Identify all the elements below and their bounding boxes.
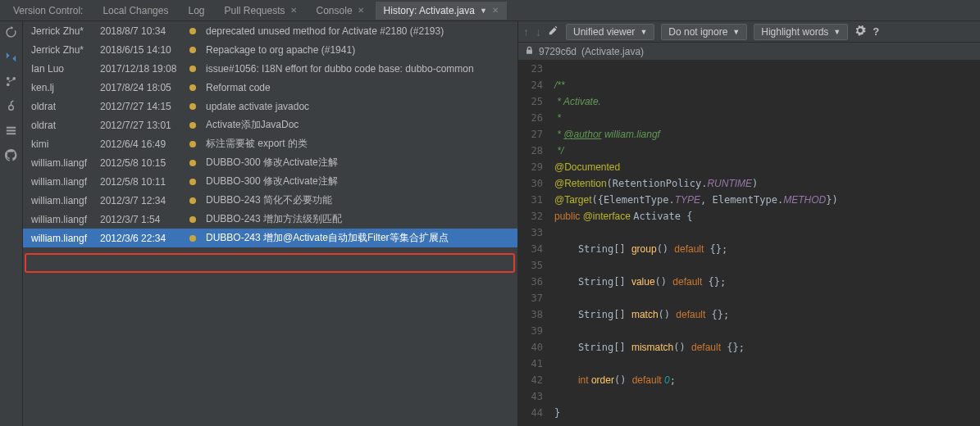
commit-author: Jerrick Zhu* (31, 25, 97, 37)
commit-author: Jerrick Zhu* (31, 44, 97, 56)
highlight-combo[interactable]: Highlight words▼ (754, 24, 848, 40)
tab-local[interactable]: Local Changes (94, 2, 176, 20)
commit-list: Jerrick Zhu*2018/8/7 10:34deprecated unu… (23, 21, 517, 426)
commit-author: william.liangf (31, 157, 97, 169)
commit-author: william.liangf (31, 214, 97, 225)
commit-dot-icon (189, 141, 196, 147)
commit-date: 2012/7/27 13:01 (100, 120, 186, 131)
history-panel: Jerrick Zhu*2018/8/7 10:34deprecated unu… (23, 21, 518, 426)
commit-date: 2012/5/8 10:15 (100, 157, 186, 169)
lock-icon (525, 46, 534, 57)
compare-icon[interactable] (5, 51, 17, 66)
tool-gutter (0, 21, 23, 426)
commit-row[interactable]: william.liangf2012/5/8 10:11DUBBO-300 修改… (23, 172, 517, 191)
commit-row[interactable]: kimi2012/6/4 16:49标注需要被 export 的类 (23, 134, 517, 153)
commit-message: deprecated unused method for Activate #2… (206, 25, 444, 37)
commit-author: oldrat (31, 120, 97, 131)
tab-history[interactable]: History: Activate.java▼✕ (376, 2, 507, 20)
commit-author: william.liangf (31, 233, 97, 244)
commit-author: william.liangf (31, 195, 97, 206)
commit-dot-icon (189, 47, 196, 53)
viewer-mode-combo[interactable]: Unified viewer▼ (566, 24, 654, 40)
commit-date: 2012/7/27 14:15 (100, 101, 186, 112)
diff-toolbar: ↑ ↓ Unified viewer▼ Do not ignore▼ Highl… (518, 21, 980, 43)
commit-dot-icon (189, 103, 196, 110)
commit-row[interactable]: william.liangf2012/5/8 10:15DUBBO-300 修改… (23, 153, 517, 172)
commit-message: 标注需要被 export 的类 (206, 137, 308, 151)
commit-date: 2018/8/7 10:34 (100, 25, 186, 37)
commit-message: issue#1056: I18N effort for dubbo code b… (206, 63, 474, 75)
stack-icon[interactable] (5, 125, 17, 139)
commit-dot-icon (189, 160, 196, 166)
gear-icon[interactable] (855, 25, 866, 39)
tab-pr[interactable]: Pull Requests✕ (216, 2, 304, 20)
commit-row[interactable]: william.liangf2012/3/7 12:34DUBBO-243 简化… (23, 191, 517, 210)
commit-message: DUBBO-300 修改Activate注解 (206, 156, 338, 170)
commit-hash: 9729c6d (539, 46, 577, 57)
help-icon[interactable]: ? (873, 25, 879, 38)
commit-author: kimi (31, 138, 97, 150)
tab-console[interactable]: Console✕ (308, 2, 372, 20)
commit-dot-icon (189, 197, 196, 204)
commit-row[interactable]: oldrat2012/7/27 13:01Activate添加JavaDoc (23, 116, 517, 134)
commit-dot-icon (189, 179, 196, 185)
commit-message: Repackage to org apache (#1941) (206, 44, 355, 56)
file-crumb: 9729c6d (Activate.java) (518, 43, 980, 61)
chevron-down-icon: ▼ (640, 28, 647, 36)
commit-row[interactable]: william.liangf2012/3/6 22:34DUBBO-243 增加… (23, 229, 517, 247)
tab-log[interactable]: Log (180, 2, 212, 20)
commit-date: 2017/12/18 19:08 (100, 63, 186, 75)
commit-row[interactable]: Jerrick Zhu*2018/8/7 10:34deprecated unu… (23, 21, 517, 40)
commit-row[interactable]: Jerrick Zhu*2018/6/15 14:10Repackage to … (23, 40, 517, 59)
commit-dot-icon (189, 28, 196, 34)
chevron-down-icon: ▼ (480, 7, 487, 15)
commit-author: oldrat (31, 101, 97, 112)
close-icon[interactable]: ✕ (358, 6, 364, 15)
commit-message: DUBBO-243 增加方法级别匹配 (206, 212, 342, 226)
code-editor[interactable]: 23 24 25 26 27 28 29 30 31 32 33 34 35 3… (518, 61, 980, 426)
commit-date: 2012/5/8 10:11 (100, 176, 186, 188)
commit-message: DUBBO-243 增加@Activate自动加载Filter等集合扩展点 (206, 231, 449, 245)
commit-row[interactable]: oldrat2012/7/27 14:15update activate jav… (23, 97, 517, 116)
branch-icon[interactable] (5, 75, 17, 90)
close-icon[interactable]: ✕ (492, 6, 499, 15)
commit-author: Ian Luo (31, 63, 97, 75)
commit-dot-icon (189, 235, 196, 242)
commit-date: 2012/3/7 1:54 (100, 214, 186, 225)
commit-date: 2017/8/24 18:05 (100, 82, 186, 93)
commit-author: william.liangf (31, 176, 97, 188)
ignore-combo[interactable]: Do not ignore▼ (661, 24, 747, 40)
commit-message: Reformat code (206, 82, 271, 93)
commit-dot-icon (189, 66, 196, 72)
prev-diff-icon[interactable]: ↑ (523, 25, 529, 39)
cherry-pick-icon[interactable] (5, 100, 17, 115)
commit-date: 2012/3/7 12:34 (100, 195, 186, 206)
commit-date: 2018/6/15 14:10 (100, 44, 186, 56)
commit-date: 2012/6/4 16:49 (100, 138, 186, 150)
commit-dot-icon (189, 84, 196, 91)
commit-date: 2012/3/6 22:34 (100, 233, 186, 244)
commit-message: DUBBO-243 简化不必要功能 (206, 193, 332, 207)
edit-icon[interactable] (548, 25, 559, 39)
commit-row[interactable]: william.liangf2012/3/7 1:54DUBBO-243 增加方… (23, 210, 517, 229)
commit-dot-icon (189, 122, 196, 129)
commit-message: Activate添加JavaDoc (206, 118, 299, 132)
tab-vcs[interactable]: Version Control: (5, 2, 91, 20)
diff-panel: ↑ ↓ Unified viewer▼ Do not ignore▼ Highl… (518, 21, 980, 426)
chevron-down-icon: ▼ (833, 28, 841, 36)
github-icon[interactable] (5, 149, 17, 164)
chevron-down-icon: ▼ (732, 28, 740, 36)
commit-row[interactable]: Ian Luo2017/12/18 19:08issue#1056: I18N … (23, 59, 517, 78)
commit-message: DUBBO-300 修改Activate注解 (206, 174, 338, 188)
next-diff-icon[interactable]: ↓ (536, 25, 541, 39)
commit-dot-icon (189, 216, 196, 223)
commit-row[interactable]: ken.lj2017/8/24 18:05Reformat code (23, 78, 517, 97)
file-name: (Activate.java) (581, 46, 644, 57)
refresh-icon[interactable] (5, 26, 17, 41)
close-icon[interactable]: ✕ (290, 6, 297, 15)
commit-author: ken.lj (31, 82, 97, 93)
tab-bar: Version Control: Local Changes Log Pull … (0, 0, 980, 21)
commit-message: update activate javadoc (206, 101, 309, 112)
